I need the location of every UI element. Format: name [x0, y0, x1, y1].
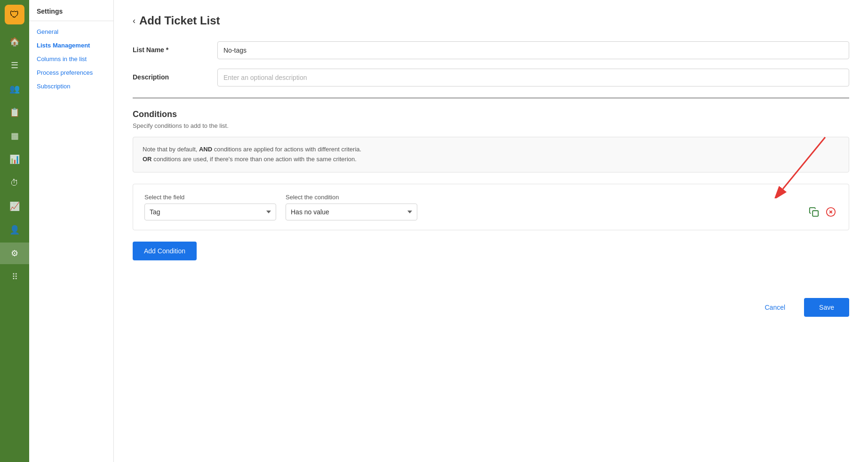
condition-select-group: Select the condition Has no value Has va… — [286, 194, 417, 220]
sidebar-item-process-preferences[interactable]: Process preferences — [29, 66, 113, 79]
sidebar-title: Settings — [29, 8, 113, 21]
sidebar-item-lists-management[interactable]: Lists Management — [29, 39, 113, 52]
svg-rect-0 — [812, 211, 818, 216]
bottom-actions: Cancel Save — [133, 289, 849, 317]
condition-row: Select the field Tag Status Priority Sel… — [144, 194, 837, 220]
save-button[interactable]: Save — [804, 298, 849, 317]
conditions-info-box: Note that by default, AND conditions are… — [133, 137, 849, 172]
nav-time[interactable]: ⏱ — [0, 172, 29, 194]
sidebar-item-columns[interactable]: Columns in the list — [29, 52, 113, 66]
main-content: ‹ Add Ticket List List Name * Descriptio… — [114, 0, 868, 462]
nav-settings[interactable]: ⚙ — [0, 243, 29, 264]
nav-person[interactable]: 👤 — [0, 219, 29, 241]
info-or-bold: OR — [143, 156, 152, 163]
conditions-section: Conditions Specify conditions to add to … — [133, 110, 849, 260]
field-select-label: Select the field — [144, 194, 276, 201]
description-group: Description — [133, 69, 849, 86]
conditions-subtitle: Specify conditions to add to the list. — [133, 122, 849, 129]
info-text-2: conditions are applied for actions with … — [214, 146, 361, 153]
description-label: Description — [133, 69, 208, 81]
condition-select-label: Select the condition — [286, 194, 417, 201]
nav-analytics[interactable]: 📈 — [0, 196, 29, 217]
field-select[interactable]: Tag Status Priority — [144, 204, 276, 220]
condition-row-container: Select the field Tag Status Priority Sel… — [133, 184, 849, 230]
conditions-title: Conditions — [133, 110, 849, 119]
info-text-3: conditions are used, if there's more tha… — [153, 156, 357, 163]
nav-grid[interactable]: ▦ — [0, 125, 29, 147]
list-name-label: List Name * — [133, 41, 208, 54]
icon-bar: 🛡 🏠 ☰ 👥 📋 ▦ 📊 ⏱ 📈 👤 ⚙ ⠿ — [0, 0, 29, 462]
page-title: Add Ticket List — [139, 14, 220, 27]
info-and-bold: AND — [199, 146, 212, 153]
info-text-1: Note that by default, — [143, 146, 199, 153]
field-select-group: Select the field Tag Status Priority — [144, 194, 276, 220]
divider — [133, 98, 849, 98]
nav-menu[interactable]: ☰ — [0, 55, 29, 76]
list-name-group: List Name * — [133, 41, 849, 59]
sidebar: Settings General Lists Management Column… — [29, 0, 114, 462]
list-name-input[interactable] — [217, 41, 849, 59]
app-logo: 🛡 — [5, 5, 24, 24]
nav-tasks[interactable]: 📋 — [0, 102, 29, 123]
sidebar-item-subscription[interactable]: Subscription — [29, 79, 113, 93]
copy-condition-button[interactable] — [807, 205, 820, 219]
back-arrow[interactable]: ‹ — [133, 16, 135, 26]
description-input[interactable] — [217, 69, 849, 86]
sidebar-item-general[interactable]: General — [29, 25, 113, 39]
logo-icon: 🛡 — [10, 9, 19, 20]
delete-condition-button[interactable] — [824, 205, 837, 219]
nav-reports[interactable]: 📊 — [0, 149, 29, 170]
condition-actions — [807, 205, 837, 220]
page-header: ‹ Add Ticket List — [133, 14, 849, 27]
condition-select[interactable]: Has no value Has value Is Is not — [286, 204, 417, 220]
nav-more[interactable]: ⠿ — [0, 266, 29, 288]
add-condition-button[interactable]: Add Condition — [133, 242, 197, 260]
nav-users[interactable]: 👥 — [0, 78, 29, 100]
nav-home[interactable]: 🏠 — [0, 31, 29, 53]
cancel-button[interactable]: Cancel — [753, 298, 796, 317]
